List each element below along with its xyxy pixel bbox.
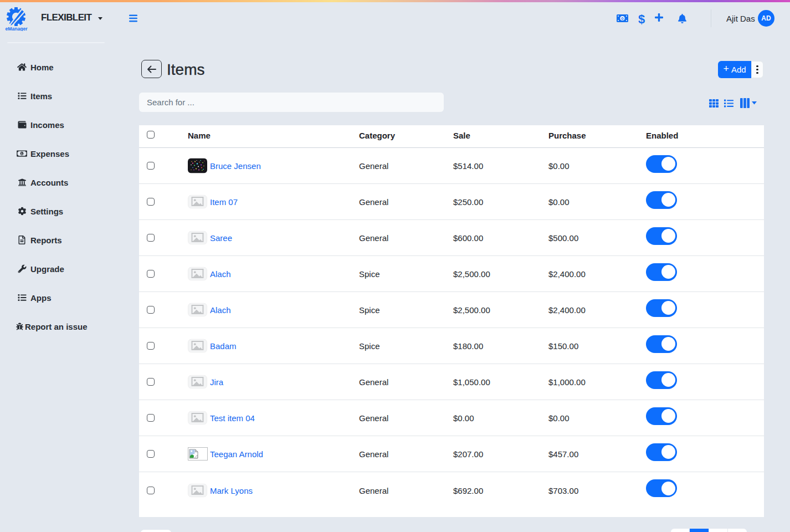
svg-text:0: 0 [621,16,624,21]
svg-text:eManager: eManager [5,26,28,32]
